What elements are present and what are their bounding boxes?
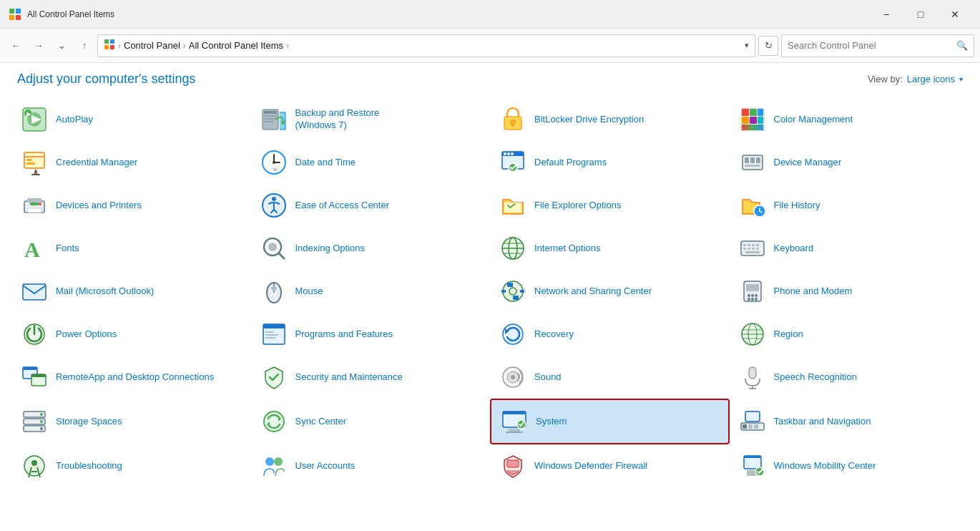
label-programs-features: Programs and Features <box>295 328 393 341</box>
item-recovery[interactable]: Recovery <box>490 313 730 356</box>
icon-ease-of-access <box>260 191 288 220</box>
path-all-items[interactable]: All Control Panel Items <box>189 40 283 51</box>
item-indexing-options[interactable]: Indexing Options <box>251 227 491 270</box>
path-control-panel[interactable]: Control Panel <box>124 40 180 51</box>
label-security-maintenance: Security and Maintenance <box>295 371 403 384</box>
svg-rect-80 <box>23 284 46 300</box>
item-security-maintenance[interactable]: Security and Maintenance <box>251 356 491 399</box>
svg-rect-48 <box>745 157 749 163</box>
svg-point-39 <box>273 161 275 164</box>
address-bar: ← → ⌄ ↑ › Control Panel › All Control Pa… <box>0 29 980 63</box>
item-file-history[interactable]: File History <box>730 184 969 227</box>
item-taskbar-navigation[interactable]: Taskbar and Navigation <box>730 399 969 444</box>
svg-point-44 <box>507 152 510 155</box>
svg-point-93 <box>751 294 754 297</box>
svg-rect-1 <box>16 9 21 14</box>
item-internet-options[interactable]: Internet Options <box>490 227 730 270</box>
svg-rect-35 <box>31 174 40 175</box>
icon-windows-mobility <box>738 452 767 480</box>
svg-line-64 <box>279 253 284 258</box>
label-keyboard: Keyboard <box>774 243 814 255</box>
search-icon: 🔍 <box>956 40 968 51</box>
svg-rect-24 <box>750 109 757 116</box>
icon-security-maintenance <box>260 363 288 391</box>
maximize-button[interactable]: □ <box>904 3 937 26</box>
svg-point-144 <box>274 457 283 466</box>
back-button[interactable]: ← <box>6 36 26 56</box>
item-sync-center[interactable]: Sync Center <box>251 399 491 444</box>
svg-rect-7 <box>110 45 114 49</box>
view-by-arrow[interactable]: ▾ <box>959 75 963 83</box>
svg-point-97 <box>755 298 758 301</box>
refresh-button[interactable]: ↻ <box>758 36 778 56</box>
item-default-programs[interactable]: Default Programs <box>490 141 730 184</box>
item-power-options[interactable]: Power Options <box>11 313 251 356</box>
item-color-management[interactable]: Color Management <box>730 98 969 141</box>
content-header: Adjust your computer's settings View by:… <box>0 63 980 92</box>
svg-rect-145 <box>507 460 519 467</box>
item-devices-printers[interactable]: Devices and Printers <box>11 184 251 227</box>
svg-point-143 <box>265 457 274 466</box>
svg-rect-115 <box>31 374 46 377</box>
icon-backup-restore <box>260 105 288 134</box>
item-windows-defender[interactable]: Windows Defender Firewall <box>490 444 730 487</box>
svg-rect-86 <box>507 283 513 287</box>
svg-rect-4 <box>104 39 109 44</box>
item-speech-recognition[interactable]: Speech Recognition <box>730 356 969 399</box>
item-troubleshooting[interactable]: Troubleshooting <box>11 444 251 487</box>
icon-taskbar-navigation <box>738 407 767 436</box>
item-sound[interactable]: Sound <box>490 356 730 399</box>
item-storage-spaces[interactable]: Storage Spaces <box>11 399 251 444</box>
forward-button[interactable]: → <box>29 36 49 56</box>
svg-rect-33 <box>26 159 32 161</box>
svg-rect-27 <box>750 117 757 124</box>
label-storage-spaces: Storage Spaces <box>56 416 122 428</box>
svg-rect-6 <box>104 45 109 49</box>
item-phone-modem[interactable]: Phone and Modem <box>730 270 969 313</box>
search-box[interactable]: 🔍 <box>781 34 974 57</box>
svg-rect-34 <box>26 162 35 165</box>
up-button[interactable]: ↑ <box>74 36 94 56</box>
close-button[interactable]: ✕ <box>939 3 971 26</box>
svg-rect-137 <box>743 424 747 429</box>
svg-rect-5 <box>110 39 114 44</box>
item-programs-features[interactable]: Programs and Features <box>251 313 491 356</box>
address-path[interactable]: › Control Panel › All Control Panel Item… <box>97 34 755 57</box>
item-region[interactable]: Region <box>730 313 969 356</box>
item-bitlocker[interactable]: BitLocker Drive Encryption <box>490 98 730 141</box>
item-file-explorer-options[interactable]: File Explorer Options <box>490 184 730 227</box>
item-system[interactable]: System <box>490 399 730 444</box>
item-credential-manager[interactable]: Credential Manager <box>11 141 251 184</box>
svg-rect-91 <box>746 284 759 291</box>
item-mouse[interactable]: Mouse <box>251 270 491 313</box>
svg-rect-76 <box>748 248 750 250</box>
svg-point-56 <box>39 203 41 205</box>
path-separator-2: › <box>183 41 186 51</box>
icon-fonts: A <box>20 234 49 263</box>
item-device-manager[interactable]: Device Manager <box>730 141 969 184</box>
item-autoplay[interactable]: ▶AutoPlay <box>11 98 251 141</box>
minimize-button[interactable]: − <box>870 3 903 26</box>
search-input[interactable] <box>788 40 952 51</box>
icon-phone-modem <box>738 277 767 306</box>
svg-text:30: 30 <box>273 167 278 172</box>
item-ease-of-access[interactable]: Ease of Access Center <box>251 184 491 227</box>
view-by-value[interactable]: Large icons <box>907 74 955 84</box>
item-fonts[interactable]: AFonts <box>11 227 251 270</box>
item-user-accounts[interactable]: User Accounts <box>251 444 491 487</box>
label-sync-center: Sync Center <box>295 416 347 428</box>
item-remoteapp[interactable]: RemoteApp and Desktop Connections <box>11 356 251 399</box>
path-dropdown-arrow[interactable]: ▾ <box>745 41 749 50</box>
item-network-sharing[interactable]: Network and Sharing Center <box>490 270 730 313</box>
item-mail[interactable]: Mail (Microsoft Outlook) <box>11 270 251 313</box>
label-devices-printers: Devices and Printers <box>56 200 142 212</box>
svg-rect-53 <box>27 198 41 203</box>
item-keyboard[interactable]: Keyboard <box>730 227 969 270</box>
svg-point-96 <box>751 298 754 301</box>
svg-point-125 <box>40 413 43 416</box>
recent-locations-button[interactable]: ⌄ <box>52 36 72 56</box>
item-backup-restore[interactable]: Backup and Restore (Windows 7) <box>251 98 491 141</box>
svg-point-45 <box>511 152 514 155</box>
item-date-time[interactable]: 30Date and Time <box>251 141 491 184</box>
item-windows-mobility[interactable]: Windows Mobility Center <box>730 444 969 487</box>
